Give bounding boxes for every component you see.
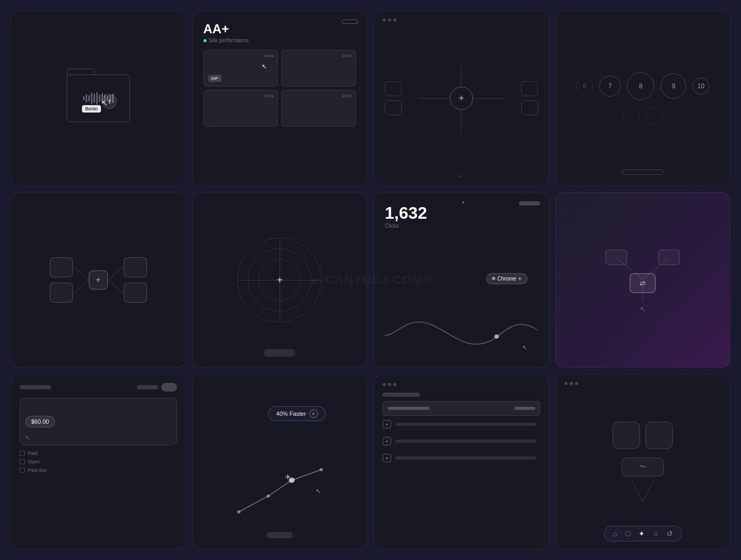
metric-value4: 2.9 s — [281, 90, 356, 127]
nav-star-icon[interactable]: ✦ — [638, 529, 645, 538]
flow-plus-button[interactable]: + — [89, 270, 108, 290]
left-node-bottom — [385, 100, 402, 115]
svg-line-18 — [632, 481, 643, 502]
wave-symbol: 〜 — [639, 462, 646, 472]
search-content — [387, 407, 430, 410]
minimize-button[interactable] — [341, 20, 358, 24]
plus-icon-center: + — [276, 274, 283, 286]
checkbox-input-open[interactable] — [20, 459, 25, 464]
search-right — [514, 407, 535, 410]
clicks-number: 1,632 — [385, 203, 427, 223]
svg-line-19 — [643, 481, 653, 502]
card-target: + — [192, 192, 368, 368]
section-title-bar — [383, 393, 420, 397]
checkbox-paid: Paid — [20, 451, 47, 456]
toggle-switch[interactable] — [161, 383, 177, 391]
connector-line-right — [473, 98, 505, 99]
faster-badge: 40% Faster + — [268, 406, 326, 421]
num-bubble-8[interactable]: 8 — [627, 72, 654, 100]
sort-indicator: ▼ — [461, 200, 466, 205]
connector-line-top — [461, 66, 461, 87]
num-bubble-hidden1: 6 — [576, 78, 593, 95]
flow-node-right-bottom — [124, 283, 147, 303]
num-bubble-extra2 — [646, 107, 663, 124]
target-circles: + — [237, 238, 322, 322]
add-button[interactable]: + — [450, 87, 473, 110]
paid-label: Paid — [28, 451, 38, 456]
win-dot-12-3 — [575, 382, 578, 385]
svg-line-0 — [73, 266, 89, 280]
checkbox-input-paid[interactable] — [20, 451, 25, 456]
chrome-label: Chrome — [497, 276, 516, 282]
card-payment: $60.00 ↖ Paid Open Past due — [11, 374, 186, 549]
nav-home-icon[interactable]: ⌂ — [613, 529, 617, 538]
price-card: $60.00 ↖ — [20, 398, 177, 445]
badge-plus-button[interactable]: + — [309, 409, 318, 418]
nav-circle-icon[interactable]: ○ — [653, 529, 657, 538]
chrome-plus[interactable]: + — [518, 276, 522, 282]
bottom-pill-card10 — [266, 532, 293, 538]
connector-line-bottom — [461, 110, 461, 131]
svg-line-1 — [73, 280, 89, 294]
performance-subtitle: Site performance — [203, 38, 249, 43]
svg-point-15 — [319, 468, 323, 471]
svg-text:⇄: ⇄ — [640, 279, 646, 287]
avatar-pair — [613, 422, 673, 449]
bottom-bar — [622, 170, 664, 175]
nav-square-icon[interactable]: □ — [626, 529, 630, 538]
window-dots-12 — [564, 382, 578, 385]
flow-node-left-top — [50, 257, 73, 277]
cursor-icon-card8: ↖ — [640, 305, 645, 313]
list-item-1: + — [383, 420, 540, 428]
list-bar-2 — [395, 440, 536, 443]
list-plus-1[interactable]: + — [383, 420, 391, 428]
avatar-1 — [613, 422, 640, 449]
card-avatar-nav: 〜 ⌂ □ ✦ ○ ↺ — [555, 374, 731, 549]
dot-2 — [388, 18, 391, 22]
card-settings-list: + + + — [374, 374, 549, 549]
mini-bar — [519, 201, 540, 206]
card-folder-audio: ⬆ Bento ↖ — [11, 11, 186, 186]
bottom-navigation[interactable]: ⌂ □ ✦ ○ ↺ — [604, 526, 682, 542]
folder-icon — [67, 74, 130, 122]
waveform-bar — [99, 95, 100, 102]
list-plus-3[interactable]: + — [383, 454, 391, 462]
num-bubble-7[interactable]: 7 — [599, 76, 620, 97]
header-title-line — [20, 385, 51, 389]
cursor-icon-card3: ↙ — [459, 173, 463, 178]
win-dot-12-1 — [564, 382, 568, 385]
connector-line-left — [418, 98, 450, 99]
svg-line-2 — [108, 266, 124, 280]
checkbox-open: Open — [20, 459, 47, 464]
checkbox-input-pastdue[interactable] — [20, 468, 25, 473]
list-item-2: + — [383, 437, 540, 445]
chrome-dot — [492, 277, 495, 280]
nav-refresh-icon[interactable]: ↺ — [666, 529, 673, 538]
waveform-bar — [88, 95, 90, 101]
chrome-badge[interactable]: Chrome + — [486, 273, 527, 284]
svg-rect-9 — [659, 250, 680, 265]
card-faster: 40% Faster + ✈ ↖ — [192, 374, 368, 549]
num-bubble-9[interactable]: 9 — [661, 73, 686, 99]
waveform-box: 〜 — [622, 458, 664, 477]
num-bubble-extra1 — [623, 107, 640, 124]
faster-text: 40% Faster — [276, 410, 306, 417]
win-dot-2 — [388, 383, 391, 386]
status-checkboxes: Paid Open Past due — [20, 451, 47, 473]
list-bar-1 — [395, 423, 536, 426]
inp-badge: INP — [208, 75, 221, 82]
list-item-3: + — [383, 454, 540, 462]
left-node-top — [385, 81, 402, 96]
cursor-icon-card7: ↖ — [522, 344, 527, 351]
metric-value3: 2.9 s — [203, 90, 279, 127]
num-bubble-10[interactable]: 10 — [692, 78, 709, 95]
search-bar[interactable] — [383, 401, 540, 416]
right-node-top — [521, 81, 538, 96]
connector-svg — [622, 481, 664, 502]
cursor-icon-inp: ↖ — [262, 63, 267, 70]
list-bar-3 — [395, 456, 536, 460]
card-performance: AA+ Site performance 4 ms INP ↖ 0.8 s 2.… — [192, 11, 368, 186]
list-plus-2[interactable]: + — [383, 437, 391, 445]
waveform-bar — [96, 92, 98, 105]
price-tag: $60.00 — [25, 416, 55, 427]
